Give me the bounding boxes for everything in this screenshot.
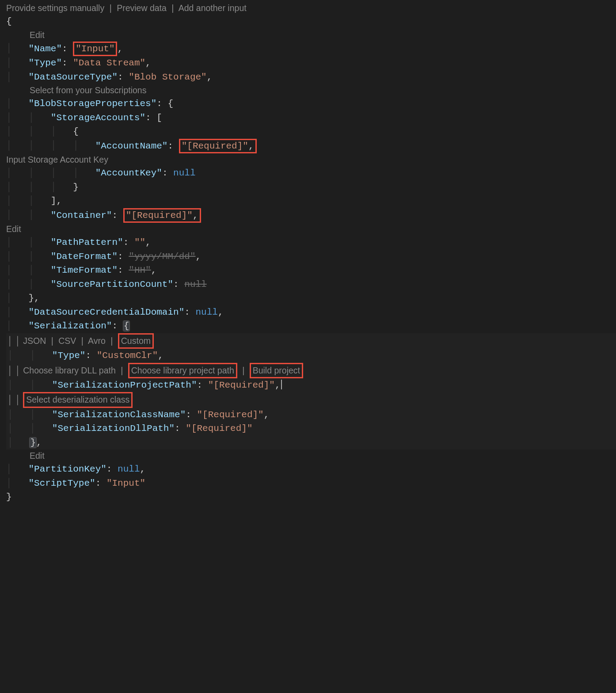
sa-array-close: │ │ ], xyxy=(6,194,616,208)
serialization-row: │ "Serialization": { xyxy=(6,319,616,333)
bsp-close: │ }, xyxy=(6,291,616,305)
key-name: "Name" xyxy=(28,44,62,54)
value-ser-proj: "[Required]" xyxy=(208,380,275,390)
account-name-row: │ │ │ │ "AccountName": "[Required]", xyxy=(6,139,616,153)
key-storage-accounts: "StorageAccounts" xyxy=(51,113,145,123)
ser-close-row: │ }, xyxy=(8,436,616,450)
storage-accounts-row: │ │ "StorageAccounts": [ xyxy=(6,111,616,125)
value-ser-type: "CustomClr" xyxy=(97,350,158,361)
edit-name-link[interactable]: Edit xyxy=(30,30,45,40)
value-timeformat: "HH" xyxy=(129,265,151,275)
bsp-row: │ "BlobStorageProperties": { xyxy=(6,97,616,111)
key-spc: "SourcePartitionCount" xyxy=(51,279,173,289)
choose-proj-link[interactable]: Choose library project path xyxy=(131,366,234,375)
key-dstype: "DataSourceType" xyxy=(28,72,118,82)
key-ser-type: "Type" xyxy=(52,350,86,361)
key-scripttype: "ScriptType" xyxy=(28,478,95,488)
value-name: "Input" xyxy=(76,44,114,54)
value-scripttype: "Input" xyxy=(106,478,145,488)
brace-close-root: } xyxy=(6,490,616,504)
hint-separator: | xyxy=(169,3,176,13)
type-row: │ "Type": "Data Stream", xyxy=(6,56,616,70)
value-pathpattern: "" xyxy=(134,237,145,248)
key-serialization: "Serialization" xyxy=(28,321,112,331)
value-account-name: "[Required]" xyxy=(182,141,248,151)
key-account-key: "AccountKey" xyxy=(95,168,162,178)
library-path-hints: │ │ Choose library DLL path | Choose lib… xyxy=(8,363,616,378)
spc-row: │ │ "SourcePartitionCount": null xyxy=(6,278,616,292)
text-cursor xyxy=(281,380,282,389)
edit-partitionkey-link[interactable]: Edit xyxy=(30,451,45,461)
key-account-name: "AccountName" xyxy=(95,141,168,151)
ser-avro-link[interactable]: Avro xyxy=(88,336,106,346)
build-project-link[interactable]: Build project xyxy=(253,366,300,375)
key-ser-class: "SerializationClassName" xyxy=(52,410,186,420)
value-account-name-box[interactable]: "[Required]", xyxy=(179,139,257,153)
partitionkey-row: │ "PartitionKey": null, xyxy=(6,462,616,476)
ser-csv-link[interactable]: CSV xyxy=(58,336,76,346)
sa-item-close: │ │ │ } xyxy=(6,180,616,194)
key-dscd: "DataSourceCredentialDomain" xyxy=(28,307,184,317)
value-partitionkey: null xyxy=(118,464,140,474)
select-deser-hint: │ │ Select deserialization class xyxy=(8,392,616,407)
ser-custom-highlight: Custom xyxy=(118,333,154,349)
ser-class-row: │ │ "SerializationClassName": "[Required… xyxy=(8,408,616,422)
acct-key-hint: Input Storage Account Key xyxy=(6,153,616,166)
edit-hint: Edit xyxy=(6,29,616,42)
value-ser-dll: "[Required]" xyxy=(186,423,252,434)
key-bsp: "BlobStorageProperties" xyxy=(28,99,156,109)
preview-data-link[interactable]: Preview data xyxy=(117,3,167,13)
container-row: │ │ "Container": "[Required]", xyxy=(6,208,616,223)
ser-dll-row: │ │ "SerializationDllPath": "[Required]" xyxy=(8,422,616,436)
timeformat-row: │ │ "TimeFormat": "HH", xyxy=(6,263,616,278)
value-dscd: null xyxy=(196,307,218,317)
key-timeformat: "TimeFormat" xyxy=(51,265,118,275)
select-deser-link[interactable]: Select deserialization class xyxy=(26,395,129,404)
input-storage-account-key-link[interactable]: Input Storage Account Key xyxy=(6,155,108,164)
dateformat-row: │ │ "DateFormat": "yyyy/MM/dd", xyxy=(6,250,616,264)
build-project-highlight: Build project xyxy=(250,363,303,378)
key-ser-proj: "SerializationProjectPath" xyxy=(52,380,197,390)
serialization-type-hints: │ │ JSON | CSV | Avro | Custom xyxy=(8,333,616,349)
value-type: "Data Stream" xyxy=(73,58,145,68)
choose-proj-highlight: Choose library project path xyxy=(128,363,237,378)
value-dateformat: "yyyy/MM/dd" xyxy=(129,251,195,262)
top-hints: Provide settings manually | Preview data… xyxy=(6,2,616,15)
key-ser-dll: "SerializationDllPath" xyxy=(52,423,175,434)
value-container-box[interactable]: "[Required]", xyxy=(123,208,201,223)
choose-dll-link[interactable]: Choose library DLL path xyxy=(23,366,116,375)
value-dstype: "Blob Storage" xyxy=(129,72,206,82)
ser-custom-link[interactable]: Custom xyxy=(121,336,151,346)
value-name-box[interactable]: "Input" xyxy=(73,42,117,56)
hint-separator: | xyxy=(118,366,125,375)
value-account-key: null xyxy=(173,168,195,178)
ser-proj-path-row: │ │ "SerializationProjectPath": "[Requir… xyxy=(8,378,616,392)
edit-partitionkey-hint: Edit xyxy=(6,449,616,462)
hint-separator: | xyxy=(240,366,247,375)
key-dateformat: "DateFormat" xyxy=(51,251,118,262)
hint-separator: | xyxy=(79,336,86,346)
edit-pathpattern-link[interactable]: Edit xyxy=(6,224,21,234)
dscd-row: │ "DataSourceCredentialDomain": null, xyxy=(6,305,616,320)
ser-type-row: │ │ "Type": "CustomClr", xyxy=(8,349,616,363)
select-deser-highlight: Select deserialization class xyxy=(23,392,133,407)
hint-separator: | xyxy=(49,336,56,346)
datasourcetype-row: │ "DataSourceType": "Blob Storage", xyxy=(6,70,616,84)
brace-match-close: } xyxy=(30,438,36,448)
value-ser-class: "[Required]" xyxy=(197,410,264,420)
key-pathpattern: "PathPattern" xyxy=(51,237,123,248)
brace-open-root: { xyxy=(6,15,616,29)
account-key-row: │ │ │ │ "AccountKey": null xyxy=(6,166,616,180)
select-subscriptions-link[interactable]: Select from your Subscriptions xyxy=(30,85,146,95)
brace-match-open: { xyxy=(123,321,130,331)
add-another-input-link[interactable]: Add another input xyxy=(179,3,247,13)
provide-settings-manually-link[interactable]: Provide settings manually xyxy=(6,3,104,13)
value-container: "[Required]" xyxy=(126,210,193,221)
key-partitionkey: "PartitionKey" xyxy=(28,464,106,474)
key-container: "Container" xyxy=(51,210,112,221)
ser-json-link[interactable]: JSON xyxy=(23,336,46,346)
scripttype-row: │ "ScriptType": "Input" xyxy=(6,476,616,491)
sa-item-open: │ │ │ { xyxy=(6,125,616,139)
json-editor[interactable]: Provide settings manually | Preview data… xyxy=(0,0,616,531)
pathpattern-row: │ │ "PathPattern": "", xyxy=(6,236,616,250)
